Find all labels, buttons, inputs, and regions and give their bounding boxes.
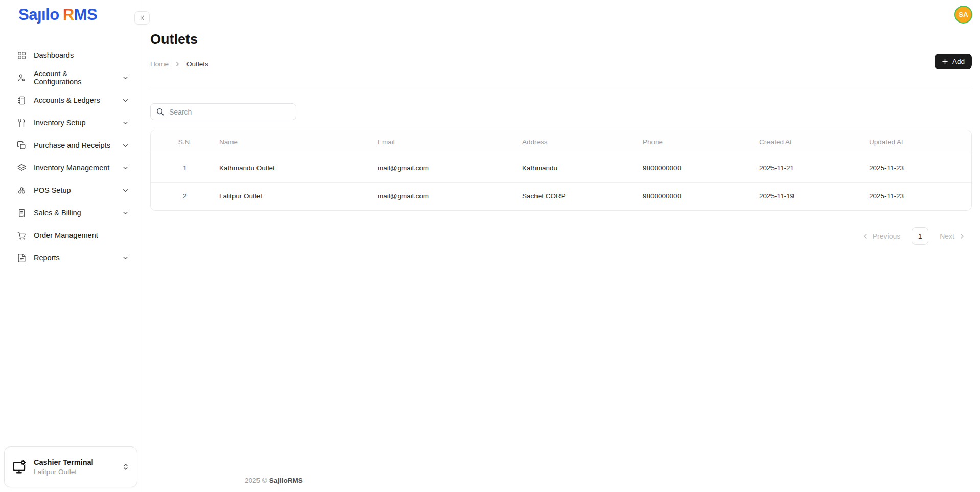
sidebar-item-account-configurations[interactable]: Account & Configurations [0, 66, 142, 89]
previous-button[interactable]: Previous [861, 232, 900, 240]
ledger-book-icon [17, 96, 27, 105]
sidebar-item-label: Purchase and Receipts [34, 141, 110, 149]
column-header-name: Name [219, 130, 378, 154]
terminal-outlet: Lalitpur Outlet [34, 467, 115, 477]
grid-icon [17, 51, 27, 60]
utensils-icon [17, 118, 27, 128]
sidebar: SaȷıloRMS Dashboards Account & Configura… [0, 0, 142, 492]
previous-label: Previous [873, 232, 900, 240]
footer-copyright: 2025 © [245, 477, 267, 484]
chevron-right-icon [959, 233, 966, 240]
topbar: SA [142, 0, 980, 29]
plus-icon [942, 58, 948, 65]
breadcrumb: Home Outlets [150, 60, 972, 68]
table-row[interactable]: 2 Lalitpur Outlet mail@gmail.com Sachet … [151, 182, 971, 210]
page-number[interactable]: 1 [912, 227, 928, 245]
sidebar-item-pos-setup[interactable]: POS Setup [0, 179, 142, 202]
cell-address: Kathmandu [522, 154, 643, 182]
column-header-address: Address [522, 130, 643, 154]
sidebar-nav: Dashboards Account & Configurations Acco… [0, 44, 142, 492]
cell-created-at: 2025-11-19 [759, 182, 869, 210]
copy-documents-icon [17, 141, 27, 150]
chevron-left-icon [861, 233, 869, 240]
terminal-selector[interactable]: Cashier Terminal Lalitpur Outlet [4, 446, 137, 487]
sidebar-item-label: Dashboards [34, 51, 74, 59]
sidebar-item-inventory-setup[interactable]: Inventory Setup [0, 111, 142, 134]
sidebar-item-label: POS Setup [34, 186, 71, 194]
breadcrumb-current: Outlets [186, 60, 208, 68]
cell-sn: 2 [151, 182, 219, 210]
cell-phone: 9800000000 [643, 182, 759, 210]
sidebar-item-label: Order Management [34, 231, 98, 239]
pagination: Previous 1 Next [150, 227, 972, 245]
cell-email: mail@gmail.com [378, 182, 522, 210]
column-header-phone: Phone [643, 130, 759, 154]
cell-updated-at: 2025-11-23 [869, 182, 971, 210]
chevron-down-icon [122, 187, 129, 194]
add-button[interactable]: Add [935, 54, 972, 69]
receipt-icon [17, 208, 27, 218]
chevron-down-icon [122, 164, 129, 172]
cell-phone: 9800000000 [643, 154, 759, 182]
chevron-down-icon [122, 142, 129, 149]
sidebar-item-label: Accounts & Ledgers [34, 96, 100, 104]
column-header-created-at: Created At [759, 130, 869, 154]
table-row[interactable]: 1 Kathmandu Outlet mail@gmail.com Kathma… [151, 154, 971, 182]
chevron-right-icon [174, 61, 181, 68]
cell-email: mail@gmail.com [378, 154, 522, 182]
cell-created-at: 2025-11-21 [759, 154, 869, 182]
sidebar-collapse-button[interactable] [134, 11, 150, 25]
sidebar-item-label: Sales & Billing [34, 209, 81, 217]
footer: 2025 ©SajiloRMS [245, 477, 303, 484]
next-label: Next [940, 232, 954, 240]
app-logo[interactable]: SaȷıloRMS [0, 0, 142, 25]
users-icon [17, 73, 27, 83]
cell-address: Sachet CORP [522, 182, 643, 210]
outlets-table: S.N. Name Email Address Phone Created At… [150, 130, 972, 211]
sidebar-item-label: Inventory Setup [34, 119, 86, 127]
chevron-down-icon [122, 97, 129, 104]
search-input[interactable] [169, 108, 291, 116]
cell-name: Lalitpur Outlet [219, 182, 378, 210]
column-header-email: Email [378, 130, 522, 154]
footer-brand-link[interactable]: SajiloRMS [269, 477, 303, 484]
sidebar-item-label: Reports [34, 254, 60, 262]
terminal-monitor-gear-icon [12, 459, 27, 475]
search-icon [156, 107, 165, 116]
chevron-down-icon [122, 74, 129, 82]
logo-text-ms: MS [74, 6, 98, 24]
sidebar-item-order-management[interactable]: Order Management [0, 224, 142, 247]
sidebar-item-purchase-receipts[interactable]: Purchase and Receipts [0, 134, 142, 156]
main-area: SA Outlets Home Outlets Add [142, 0, 980, 492]
add-button-label: Add [952, 58, 965, 65]
panel-collapse-left-icon [138, 14, 146, 22]
breadcrumb-home-link[interactable]: Home [150, 60, 169, 68]
sidebar-item-dashboards[interactable]: Dashboards [0, 44, 142, 66]
chevron-down-icon [122, 119, 129, 127]
sidebar-item-label: Account & Configurations [34, 70, 114, 86]
avatar[interactable]: SA [954, 6, 972, 24]
chevron-down-icon [122, 254, 129, 262]
sidebar-item-label: Inventory Management [34, 164, 109, 172]
column-header-updated-at: Updated At [869, 130, 971, 154]
sidebar-item-sales-billing[interactable]: Sales & Billing [0, 202, 142, 224]
table-header-row: S.N. Name Email Address Phone Created At… [151, 130, 971, 154]
cell-updated-at: 2025-11-23 [869, 154, 971, 182]
chevron-down-icon [122, 209, 129, 217]
sidebar-item-inventory-management[interactable]: Inventory Management [0, 156, 142, 179]
logo-text-r: R [63, 6, 74, 24]
next-button[interactable]: Next [940, 232, 966, 240]
pos-circles-icon [17, 186, 27, 195]
search-box [150, 103, 296, 120]
page-content: Outlets Home Outlets Add [142, 29, 980, 492]
section-divider [150, 86, 972, 86]
logo-text-sajilo: Saȷılo [18, 6, 59, 24]
sidebar-item-accounts-ledgers[interactable]: Accounts & Ledgers [0, 89, 142, 111]
file-text-icon [17, 253, 27, 263]
cell-sn: 1 [151, 154, 219, 182]
cart-icon [17, 231, 27, 240]
column-header-sn: S.N. [151, 130, 219, 154]
layers-icon [17, 163, 27, 173]
page-title: Outlets [150, 32, 972, 48]
sidebar-item-reports[interactable]: Reports [0, 247, 142, 269]
